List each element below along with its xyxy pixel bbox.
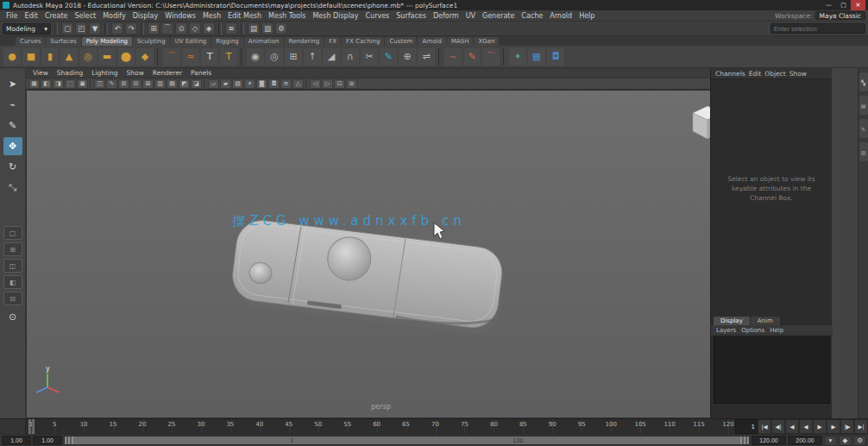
layer-menu-options[interactable]: Options bbox=[741, 327, 764, 334]
menu-item-uv[interactable]: UV bbox=[462, 12, 479, 20]
layer-menu-layers[interactable]: Layers bbox=[716, 327, 736, 334]
panel-menu-lighting[interactable]: Lighting bbox=[88, 69, 121, 77]
polygon-cylinder-icon[interactable]: ▮ bbox=[41, 48, 59, 66]
arc-tool-icon[interactable]: ⌒ bbox=[482, 48, 500, 66]
ipr-render-icon[interactable]: ▥ bbox=[261, 22, 274, 35]
range-slider-track[interactable]: 1 120 bbox=[64, 436, 750, 445]
move-tool[interactable]: ✥ bbox=[3, 137, 22, 155]
shelf-tab-fx[interactable]: FX bbox=[324, 37, 341, 46]
play-forwards-button[interactable]: ▶ bbox=[813, 419, 827, 434]
step-forward-button[interactable]: ▶ bbox=[827, 419, 840, 434]
play-backwards-button[interactable]: ◀ bbox=[799, 419, 813, 434]
previous-key-button[interactable]: ◀| bbox=[771, 419, 785, 434]
character-set-menu-button[interactable]: ▾ bbox=[824, 436, 837, 446]
uv-editor-icon[interactable]: ▦ bbox=[528, 48, 545, 66]
mirror-icon[interactable]: ⇌ bbox=[418, 48, 435, 66]
shelf-tab-arnold[interactable]: Arnold bbox=[418, 37, 446, 46]
sculpt-tool-icon[interactable]: ⌒ bbox=[163, 48, 180, 66]
zoom-tool[interactable]: ⊙ bbox=[3, 308, 22, 326]
bevel-icon[interactable]: ◢ bbox=[323, 48, 340, 66]
boolean-difference-icon[interactable]: ◎ bbox=[266, 48, 283, 66]
screen-space-ao-icon[interactable]: ◘ bbox=[268, 79, 280, 89]
snap-to-plane-icon[interactable]: ◇ bbox=[189, 22, 201, 35]
menu-item-display[interactable]: Display bbox=[129, 12, 162, 20]
playback-start-field[interactable] bbox=[33, 436, 62, 445]
menu-item-deform[interactable]: Deform bbox=[430, 12, 462, 20]
panel-menu-panels[interactable]: Panels bbox=[187, 69, 215, 77]
select-tool[interactable]: ➤ bbox=[3, 75, 22, 93]
construction-history-icon[interactable]: ≡ bbox=[225, 22, 237, 35]
multi-cut-icon[interactable]: ✂ bbox=[361, 48, 378, 66]
panel-menu-show[interactable]: Show bbox=[123, 69, 148, 77]
wireframe-icon[interactable]: ▱ bbox=[208, 79, 219, 89]
render-icon[interactable]: ▤ bbox=[248, 22, 260, 35]
animation-preferences-button[interactable]: ⚙ bbox=[853, 436, 866, 446]
menu-item-edit-mesh[interactable]: Edit Mesh bbox=[224, 12, 265, 20]
polygon-disc-icon[interactable]: ⬤ bbox=[117, 48, 135, 66]
safe-title-icon[interactable]: ◪ bbox=[191, 79, 202, 89]
shelf-tab-mash[interactable]: MASH bbox=[447, 37, 474, 46]
shelf-tab-xgen[interactable]: XGen bbox=[474, 37, 499, 46]
shelf-tab-rigging[interactable]: Rigging bbox=[211, 37, 243, 46]
menu-item-cache[interactable]: Cache bbox=[518, 12, 546, 20]
image-plane-icon[interactable]: ▣ bbox=[77, 79, 88, 89]
new-scene-icon[interactable]: ▢ bbox=[61, 22, 73, 35]
rotate-tool[interactable]: ↻ bbox=[3, 158, 22, 176]
panel-menu-renderer[interactable]: Renderer bbox=[149, 69, 186, 77]
gamma-icon[interactable]: ⊛ bbox=[346, 79, 357, 89]
polygon-text-icon[interactable]: T bbox=[201, 48, 218, 66]
panel-menu-view[interactable]: View bbox=[29, 69, 52, 77]
shelf-tab-custom[interactable]: Custom bbox=[385, 37, 417, 46]
snap-to-curve-icon[interactable]: ⌒ bbox=[161, 22, 173, 35]
menu-item-windows[interactable]: Windows bbox=[161, 12, 199, 20]
quad-draw-icon[interactable]: ✎ bbox=[380, 48, 397, 66]
layout-persp-outliner[interactable]: ◫ bbox=[3, 259, 22, 273]
step-back-button[interactable]: ◀ bbox=[785, 419, 799, 434]
shadows-icon[interactable]: ◙ bbox=[256, 79, 267, 89]
polygon-sphere-icon[interactable]: ● bbox=[3, 48, 21, 66]
save-scene-icon[interactable]: ▼ bbox=[89, 22, 101, 35]
polygon-plane-icon[interactable]: ▬ bbox=[98, 48, 116, 66]
menu-item-mesh-display[interactable]: Mesh Display bbox=[309, 12, 362, 20]
current-frame-field[interactable] bbox=[735, 419, 758, 434]
workspace-select[interactable]: Maya Classic bbox=[815, 11, 865, 20]
smooth-tool-icon[interactable]: ≈ bbox=[182, 48, 199, 66]
range-slider-bar[interactable]: 1 120 bbox=[65, 437, 749, 444]
menu-item-help[interactable]: Help bbox=[576, 12, 598, 20]
redo-icon[interactable]: ↷ bbox=[125, 22, 137, 35]
resolution-gate-icon[interactable]: ⊠ bbox=[142, 79, 154, 89]
hypershade-icon[interactable]: ◘ bbox=[547, 48, 564, 66]
menu-item-file[interactable]: File bbox=[3, 12, 21, 20]
tool-settings-tab[interactable]: ✎ bbox=[859, 119, 868, 138]
close-button[interactable]: ✕ bbox=[851, 0, 865, 10]
selection-input[interactable] bbox=[771, 23, 865, 34]
polygon-cone-icon[interactable]: ▲ bbox=[60, 48, 78, 66]
menu-item-curves[interactable]: Curves bbox=[362, 12, 393, 20]
viewport-3d[interactable]: y 摆ZCG www.adnxxfb.cn persp bbox=[26, 90, 736, 418]
menu-set-dropdown[interactable]: Modeling ▾ bbox=[3, 23, 51, 35]
shelf-tab-fx-caching[interactable]: FX Caching bbox=[342, 37, 384, 46]
menu-item-generate[interactable]: Generate bbox=[479, 12, 518, 20]
safe-action-icon[interactable]: ◩ bbox=[179, 79, 190, 89]
layout-hypershade-persp[interactable]: ⊟ bbox=[3, 292, 22, 305]
menu-item-create[interactable]: Create bbox=[41, 12, 72, 20]
channel-box-menu-show[interactable]: Show bbox=[789, 70, 807, 78]
undo-icon[interactable]: ↶ bbox=[111, 22, 123, 35]
channel-box-menu-channels[interactable]: Channels bbox=[715, 70, 745, 78]
camera-attributes-icon[interactable]: ◨ bbox=[53, 79, 64, 89]
channel-box-menu-object[interactable]: Object bbox=[764, 70, 785, 78]
channel-box-menu-edit[interactable]: Edit bbox=[749, 70, 762, 78]
combine-icon[interactable]: ⊞ bbox=[285, 48, 302, 66]
snap-to-grid-icon[interactable]: ⊞ bbox=[148, 22, 160, 35]
open-scene-icon[interactable]: ◰ bbox=[75, 22, 87, 35]
grid-toggle-icon[interactable]: ⊞ bbox=[118, 79, 129, 89]
bookmarks-icon[interactable]: ⬚ bbox=[65, 79, 76, 89]
layer-menu-help[interactable]: Help bbox=[770, 327, 783, 334]
menu-item-mesh[interactable]: Mesh bbox=[199, 12, 224, 20]
shelf-tab-uv-editing[interactable]: UV Editing bbox=[171, 37, 211, 46]
exposure-icon[interactable]: ⊡ bbox=[334, 79, 345, 89]
use-all-lights-icon[interactable]: ☀ bbox=[244, 79, 255, 89]
modeling-toolkit-tab[interactable]: ▚ bbox=[859, 72, 868, 91]
layer-editor-tab-anim[interactable]: Anim bbox=[751, 317, 780, 325]
shaded-icon[interactable]: ▰ bbox=[220, 79, 231, 89]
